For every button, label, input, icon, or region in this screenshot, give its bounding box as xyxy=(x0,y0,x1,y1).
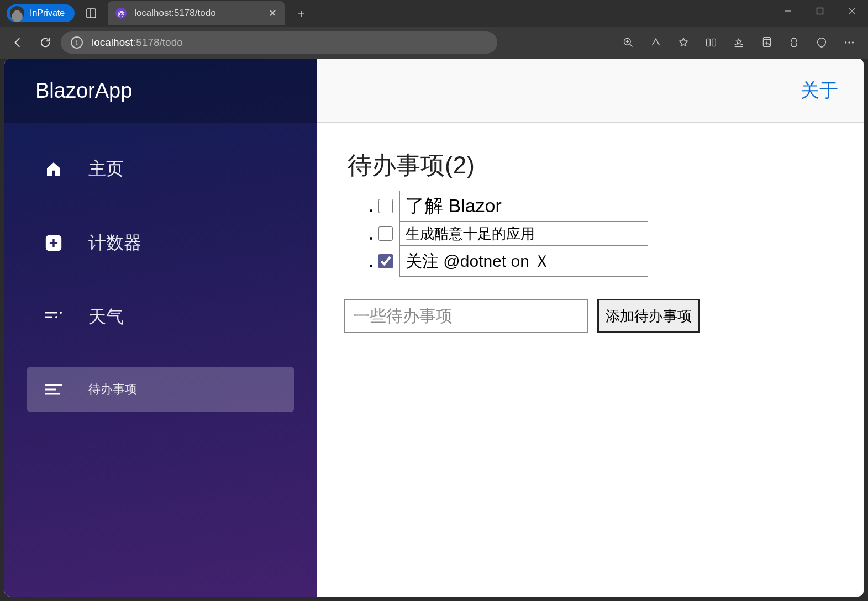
svg-point-18 xyxy=(845,41,846,43)
plus-square-icon xyxy=(43,233,64,254)
browser-essentials-icon[interactable] xyxy=(808,30,835,55)
nav-item-counter[interactable]: 计数器 xyxy=(27,219,294,267)
todo-item xyxy=(378,246,833,277)
profile-avatar-icon xyxy=(10,6,24,20)
svg-point-20 xyxy=(852,41,854,43)
nav-item-weather[interactable]: 天气 xyxy=(27,293,294,341)
nav-item-label: 天气 xyxy=(88,305,124,329)
address-bar[interactable]: i localhost:5178/todo xyxy=(61,31,497,54)
window-controls xyxy=(772,0,868,22)
window-maximize-button[interactable] xyxy=(804,0,836,22)
nav-back-button[interactable] xyxy=(6,30,30,55)
collections-icon[interactable] xyxy=(753,30,780,55)
sidebar: BlazorApp 主页 计数器 天气 xyxy=(4,59,317,597)
add-todo-button[interactable]: 添加待办事项 xyxy=(597,299,700,333)
page-title: 待办事项(2) xyxy=(348,149,833,182)
extensions-icon[interactable] xyxy=(781,30,807,55)
nav-list: 主页 计数器 天气 待办事项 xyxy=(4,123,317,434)
window-close-button[interactable] xyxy=(836,0,868,22)
todo-text-input[interactable] xyxy=(399,191,648,222)
nav-item-home[interactable]: 主页 xyxy=(27,145,294,193)
tab-actions-button[interactable] xyxy=(79,1,103,25)
todo-checkbox[interactable] xyxy=(378,199,393,213)
topbar: 关于 xyxy=(317,59,864,123)
browser-tab[interactable]: @ localhost:5178/todo ✕ xyxy=(108,1,285,25)
content: 待办事项(2) xyxy=(317,123,864,360)
more-menu-icon[interactable] xyxy=(836,30,862,55)
url-host: localhost xyxy=(92,36,133,48)
svg-point-19 xyxy=(848,41,850,43)
add-todo-row: 添加待办事项 xyxy=(344,299,833,333)
svg-point-26 xyxy=(60,312,62,314)
todo-checkbox[interactable] xyxy=(378,226,393,241)
url-path: :5178/todo xyxy=(133,36,183,48)
menu-icon xyxy=(43,379,64,400)
nav-item-label: 计数器 xyxy=(88,231,141,255)
tab-favicon-icon: @ xyxy=(115,8,127,19)
home-icon xyxy=(43,159,64,180)
inprivate-badge[interactable]: InPrivate xyxy=(7,4,75,22)
favorite-star-icon[interactable] xyxy=(670,30,697,55)
page-viewport: BlazorApp 主页 计数器 天气 xyxy=(4,59,864,597)
zoom-icon[interactable] xyxy=(615,30,641,55)
nav-refresh-button[interactable] xyxy=(33,30,57,55)
new-tab-button[interactable]: ＋ xyxy=(290,2,312,24)
browser-chrome: InPrivate @ localhost:5178/todo ✕ ＋ i lo… xyxy=(0,0,868,59)
window-minimize-button[interactable] xyxy=(772,0,804,22)
browser-titlebar: InPrivate @ localhost:5178/todo ✕ ＋ xyxy=(0,0,868,27)
todo-item xyxy=(378,222,833,246)
tab-close-button[interactable]: ✕ xyxy=(269,7,277,19)
svg-line-7 xyxy=(630,44,633,47)
svg-rect-0 xyxy=(87,9,96,18)
read-aloud-icon[interactable] xyxy=(643,30,669,55)
todo-checkbox[interactable] xyxy=(378,254,393,268)
browser-toolbar: i localhost:5178/todo xyxy=(0,27,868,59)
todo-item xyxy=(378,191,833,222)
svg-rect-10 xyxy=(707,39,711,46)
todo-text-input[interactable] xyxy=(399,246,648,277)
about-link[interactable]: 关于 xyxy=(801,78,838,103)
app-brand[interactable]: BlazorApp xyxy=(4,59,317,123)
nav-item-todo[interactable]: 待办事项 xyxy=(27,367,294,412)
main-area: 关于 待办事项(2) xyxy=(317,59,864,597)
todo-list xyxy=(348,191,833,277)
page-title-text: 待办事项 xyxy=(348,151,445,178)
svg-rect-11 xyxy=(712,39,716,46)
svg-rect-3 xyxy=(817,8,823,14)
favorites-icon[interactable] xyxy=(725,30,752,55)
split-screen-icon[interactable] xyxy=(698,30,724,55)
new-todo-input[interactable] xyxy=(344,299,588,333)
remaining-count: 2 xyxy=(453,151,466,178)
todo-text-input[interactable] xyxy=(399,222,648,246)
nav-item-label: 待办事项 xyxy=(88,381,137,398)
url-text: localhost:5178/todo xyxy=(92,36,183,49)
nav-item-label: 主页 xyxy=(88,157,124,181)
tab-title: localhost:5178/todo xyxy=(134,8,215,19)
browser-toolbar-right xyxy=(615,30,862,55)
inprivate-label: InPrivate xyxy=(30,8,65,18)
site-info-icon[interactable]: i xyxy=(71,36,83,49)
svg-point-27 xyxy=(55,316,57,318)
list-icon xyxy=(43,307,64,328)
